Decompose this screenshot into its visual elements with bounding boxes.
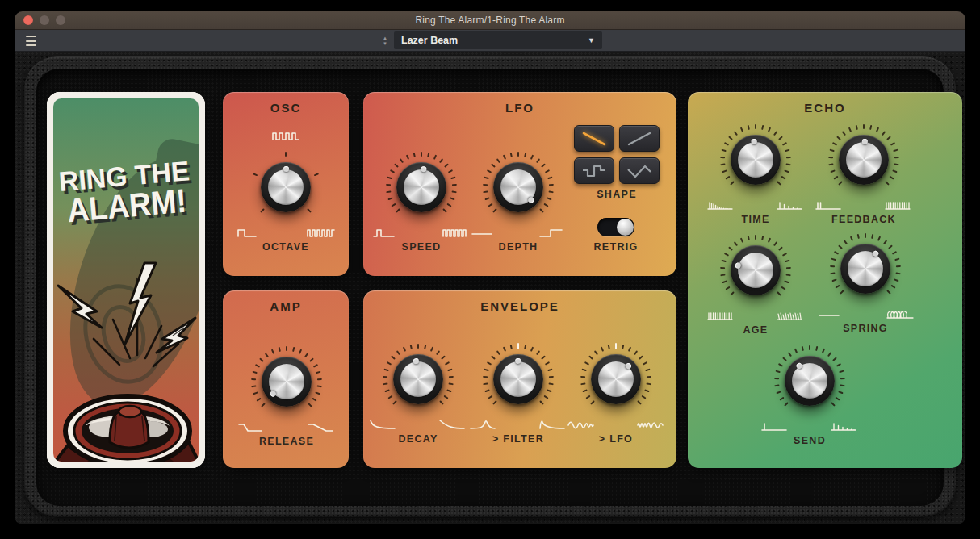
speed-knob-unit: SPEED — [369, 150, 474, 253]
age-label: AGE — [743, 324, 769, 336]
knob-indicator-dot — [795, 362, 803, 370]
megaphone-lightning-illustration: RING THE ALARM! RING THE ALARM! — [47, 92, 205, 468]
release-knob[interactable] — [262, 357, 312, 407]
knob-indicator-dot — [624, 361, 632, 370]
octave-knob-unit: OCTAVE — [233, 150, 338, 253]
shape-button-group — [574, 125, 660, 184]
lfo-amount-knob[interactable] — [591, 354, 641, 404]
feedback-knob[interactable] — [839, 135, 889, 185]
ticks-decay-dense-icon — [706, 198, 735, 211]
spring-knob-unit: SPRING — [813, 232, 918, 334]
envelope-title: ENVELOPE — [363, 299, 676, 313]
feedback-knob-unit: FEEDBACK — [811, 123, 916, 225]
flat-line-icon — [816, 307, 845, 320]
decay-knob-unit: DECAY — [366, 342, 471, 445]
retrig-toggle[interactable] — [597, 218, 634, 236]
square-wave-icon — [271, 129, 300, 142]
filter-amount-knob-unit: > FILTER — [466, 342, 571, 445]
knob-indicator-dot — [871, 249, 879, 257]
spring-knob[interactable] — [840, 244, 890, 294]
amp-title: AMP — [223, 299, 349, 313]
release-slow-icon — [307, 420, 336, 433]
ramp-peak-icon — [469, 418, 498, 431]
send-label: SEND — [794, 435, 826, 446]
comb-even-icon — [706, 309, 735, 322]
close-button[interactable] — [23, 15, 33, 25]
send-knob-unit: SEND — [757, 344, 862, 446]
osc-title: OSC — [223, 101, 349, 115]
lfo-amount-knob-unit: > LFO — [563, 342, 668, 445]
amp-panel: AMP RELEASE — [223, 290, 349, 468]
square-wave-wide-icon — [237, 226, 266, 239]
toggle-thumb — [617, 219, 634, 236]
preset-selector[interactable]: Lazer Beam ▼ — [394, 31, 602, 49]
speed-label: SPEED — [402, 241, 442, 253]
time-label: TIME — [741, 214, 769, 225]
lfo-amount-label: > LFO — [599, 433, 633, 445]
ticks-two-icon — [815, 198, 844, 211]
knob-indicator-dot — [861, 139, 867, 144]
minimize-button[interactable] — [40, 15, 49, 25]
depth-label: DEPTH — [499, 241, 538, 253]
filter-amount-label: > FILTER — [492, 433, 544, 445]
decay-fast-icon — [369, 418, 398, 431]
toolbar: ▲ ▼ Lazer Beam ▼ — [15, 30, 965, 52]
plugin-body: RING THE ALARM! RING THE ALARM! OSC — [15, 52, 965, 524]
step-up-icon — [538, 226, 567, 239]
tick-one-icon — [760, 420, 789, 432]
age-knob[interactable] — [731, 245, 781, 295]
preset-prev-button[interactable]: ▲ — [383, 36, 387, 40]
spring-coil-icon — [886, 307, 915, 320]
knob-indicator-dot — [527, 196, 535, 204]
hamburger-icon[interactable] — [26, 36, 36, 46]
release-knob-unit: RELEASE — [234, 345, 339, 447]
knob-indicator-dot — [283, 166, 289, 172]
ticks-decay-sparse-icon — [776, 198, 805, 211]
knob-indicator-dot — [421, 166, 427, 173]
knob-indicator-dot — [413, 358, 419, 365]
knob-indicator-dot — [270, 390, 278, 398]
decay-label: DECAY — [398, 433, 438, 445]
age-knob-unit: AGE — [703, 233, 808, 336]
knob-indicator-dot — [751, 139, 757, 145]
release-label: RELEASE — [259, 436, 314, 447]
lfo-panel: LFO SPEED — [363, 92, 676, 276]
echo-panel: ECHO TIME — [688, 92, 962, 468]
wave-dense-icon — [636, 418, 665, 431]
feedback-label: FEEDBACK — [831, 214, 896, 225]
preset-name: Lazer Beam — [401, 35, 588, 46]
lfo-title: LFO — [363, 101, 676, 115]
titlebar: Ring The Alarm/1-Ring The Alarm — [15, 11, 965, 30]
triangle-icon[interactable] — [619, 157, 660, 184]
wave-accel-icon — [567, 418, 596, 431]
knob-indicator-dot — [515, 358, 521, 364]
saw-down-icon[interactable] — [574, 125, 614, 152]
comb-even-icon — [884, 198, 913, 211]
ticks-decay-sparse-icon — [830, 420, 859, 432]
depth-knob[interactable] — [493, 162, 543, 212]
send-knob[interactable] — [785, 356, 835, 406]
flat-line-icon — [469, 226, 498, 239]
square-wave-dense-icon — [306, 226, 335, 239]
square-icon[interactable] — [574, 157, 614, 184]
preset-next-button[interactable]: ▼ — [383, 41, 387, 46]
retrig-label: RETRIG — [580, 241, 652, 253]
octave-knob[interactable] — [261, 162, 311, 212]
zoom-button[interactable] — [56, 15, 65, 25]
poster-panel: RING THE ALARM! RING THE ALARM! — [47, 92, 205, 468]
comb-rough-icon — [776, 309, 805, 322]
echo-title: ECHO — [688, 101, 962, 115]
filter-amount-knob[interactable] — [493, 354, 543, 404]
shape-label: SHAPE — [574, 189, 660, 200]
saw-up-icon[interactable] — [619, 125, 660, 152]
release-fast-icon — [237, 420, 266, 433]
time-knob-unit: TIME — [703, 123, 808, 225]
decay-knob[interactable] — [393, 354, 443, 404]
time-knob[interactable] — [731, 135, 781, 185]
depth-knob-unit: DEPTH — [466, 150, 571, 253]
speed-knob[interactable] — [396, 162, 446, 212]
plugin-window: Ring The Alarm/1-Ring The Alarm ▲ ▼ Laze… — [15, 11, 965, 524]
octave-label: OCTAVE — [262, 241, 309, 253]
spring-label: SPRING — [843, 323, 888, 334]
traffic-lights — [23, 11, 65, 29]
